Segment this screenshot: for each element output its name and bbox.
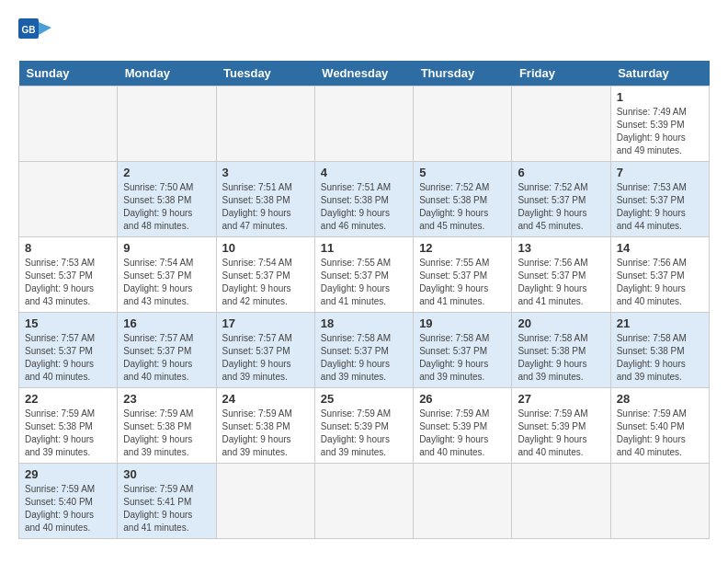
day-number: 7 (617, 166, 703, 179)
day-number: 21 (617, 316, 703, 330)
day-number: 19 (419, 316, 506, 330)
day-number: 11 (321, 241, 407, 255)
day-info: Sunrise: 7:59 AMSunset: 5:40 PMDaylight:… (25, 483, 111, 534)
day-cell-22: 22Sunrise: 7:59 AMSunset: 5:38 PMDayligh… (19, 388, 118, 464)
day-info: Sunrise: 7:59 AMSunset: 5:39 PMDaylight:… (419, 408, 506, 459)
weekday-saturday: Saturday (610, 61, 709, 86)
day-cell-7: 7Sunrise: 7:53 AMSunset: 5:37 PMDaylight… (610, 162, 709, 237)
day-number: 5 (419, 166, 506, 179)
day-number: 24 (222, 392, 309, 406)
empty-cell (216, 86, 314, 162)
day-info: Sunrise: 7:59 AMSunset: 5:38 PMDaylight:… (222, 408, 309, 459)
day-info: Sunrise: 7:52 AMSunset: 5:38 PMDaylight:… (419, 181, 506, 233)
calendar-week-1: 1Sunrise: 7:49 AMSunset: 5:39 PMDaylight… (19, 86, 710, 162)
day-info: Sunrise: 7:56 AMSunset: 5:37 PMDaylight:… (617, 257, 703, 308)
day-info: Sunrise: 7:59 AMSunset: 5:41 PMDaylight:… (123, 483, 210, 534)
day-cell-25: 25Sunrise: 7:59 AMSunset: 5:39 PMDayligh… (314, 388, 413, 464)
day-cell-23: 23Sunrise: 7:59 AMSunset: 5:38 PMDayligh… (118, 388, 216, 464)
empty-cell (314, 86, 413, 162)
page-container: GB SundayMondayTuesdayWednesdayThursdayF… (18, 18, 710, 539)
day-number: 17 (222, 316, 309, 330)
day-number: 10 (222, 241, 309, 255)
day-number: 4 (321, 166, 407, 179)
calendar-week-6: 29Sunrise: 7:59 AMSunset: 5:40 PMDayligh… (19, 464, 710, 539)
day-info: Sunrise: 7:59 AMSunset: 5:38 PMDaylight:… (25, 408, 111, 459)
day-number: 12 (419, 241, 506, 255)
day-number: 23 (123, 392, 210, 406)
day-cell-30: 30Sunrise: 7:59 AMSunset: 5:41 PMDayligh… (118, 464, 216, 539)
day-cell-2: 2Sunrise: 7:50 AMSunset: 5:38 PMDaylight… (118, 162, 216, 237)
day-number: 13 (518, 241, 604, 255)
day-info: Sunrise: 7:58 AMSunset: 5:38 PMDaylight:… (518, 332, 604, 384)
day-cell-12: 12Sunrise: 7:55 AMSunset: 5:37 PMDayligh… (414, 237, 512, 313)
svg-marker-2 (39, 22, 51, 35)
day-cell-8: 8Sunrise: 7:53 AMSunset: 5:37 PMDaylight… (19, 237, 118, 313)
day-number: 25 (321, 392, 407, 406)
day-cell-20: 20Sunrise: 7:58 AMSunset: 5:38 PMDayligh… (512, 313, 610, 388)
day-number: 28 (617, 392, 703, 406)
day-cell-29: 29Sunrise: 7:59 AMSunset: 5:40 PMDayligh… (19, 464, 118, 539)
calendar-week-3: 8Sunrise: 7:53 AMSunset: 5:37 PMDaylight… (19, 237, 710, 313)
day-info: Sunrise: 7:53 AMSunset: 5:37 PMDaylight:… (25, 257, 111, 308)
day-number: 18 (321, 316, 407, 330)
svg-text:GB: GB (22, 25, 36, 35)
day-info: Sunrise: 7:56 AMSunset: 5:37 PMDaylight:… (518, 257, 604, 308)
day-cell-26: 26Sunrise: 7:59 AMSunset: 5:39 PMDayligh… (414, 388, 512, 464)
day-info: Sunrise: 7:55 AMSunset: 5:37 PMDaylight:… (321, 257, 407, 308)
day-info: Sunrise: 7:52 AMSunset: 5:37 PMDaylight:… (518, 181, 604, 233)
day-cell-24: 24Sunrise: 7:59 AMSunset: 5:38 PMDayligh… (216, 388, 314, 464)
empty-cell (118, 86, 216, 162)
day-number: 20 (518, 316, 604, 330)
weekday-header-row: SundayMondayTuesdayWednesdayThursdayFrid… (19, 61, 710, 86)
day-number: 26 (419, 392, 506, 406)
empty-cell (512, 86, 610, 162)
day-info: Sunrise: 7:57 AMSunset: 5:37 PMDaylight:… (123, 332, 210, 384)
day-cell-19: 19Sunrise: 7:58 AMSunset: 5:37 PMDayligh… (414, 313, 512, 388)
weekday-tuesday: Tuesday (216, 61, 314, 86)
day-info: Sunrise: 7:57 AMSunset: 5:37 PMDaylight:… (25, 332, 111, 384)
day-cell-27: 27Sunrise: 7:59 AMSunset: 5:39 PMDayligh… (512, 388, 610, 464)
day-number: 16 (123, 316, 210, 330)
day-info: Sunrise: 7:59 AMSunset: 5:39 PMDaylight:… (518, 408, 604, 459)
day-info: Sunrise: 7:49 AMSunset: 5:39 PMDaylight:… (617, 106, 703, 157)
day-info: Sunrise: 7:54 AMSunset: 5:37 PMDaylight:… (222, 257, 309, 308)
day-number: 2 (123, 166, 210, 179)
logo: GB (18, 18, 55, 52)
day-info: Sunrise: 7:51 AMSunset: 5:38 PMDaylight:… (321, 181, 407, 233)
day-cell-28: 28Sunrise: 7:59 AMSunset: 5:40 PMDayligh… (610, 388, 709, 464)
weekday-friday: Friday (512, 61, 610, 86)
day-info: Sunrise: 7:57 AMSunset: 5:37 PMDaylight:… (222, 332, 309, 384)
empty-cell (414, 86, 512, 162)
day-info: Sunrise: 7:51 AMSunset: 5:38 PMDaylight:… (222, 181, 309, 233)
day-number: 29 (25, 467, 111, 481)
day-cell-16: 16Sunrise: 7:57 AMSunset: 5:37 PMDayligh… (118, 313, 216, 388)
day-number: 30 (123, 467, 210, 481)
day-info: Sunrise: 7:58 AMSunset: 5:37 PMDaylight:… (321, 332, 407, 384)
day-cell-17: 17Sunrise: 7:57 AMSunset: 5:37 PMDayligh… (216, 313, 314, 388)
weekday-sunday: Sunday (19, 61, 118, 86)
calendar-week-2: 2Sunrise: 7:50 AMSunset: 5:38 PMDaylight… (19, 162, 710, 237)
day-number: 22 (25, 392, 111, 406)
day-info: Sunrise: 7:59 AMSunset: 5:40 PMDaylight:… (617, 408, 703, 459)
weekday-monday: Monday (118, 61, 216, 86)
day-cell-4: 4Sunrise: 7:51 AMSunset: 5:38 PMDaylight… (314, 162, 413, 237)
day-cell-9: 9Sunrise: 7:54 AMSunset: 5:37 PMDaylight… (118, 237, 216, 313)
day-info: Sunrise: 7:50 AMSunset: 5:38 PMDaylight:… (123, 181, 210, 233)
day-cell-18: 18Sunrise: 7:58 AMSunset: 5:37 PMDayligh… (314, 313, 413, 388)
day-number: 15 (25, 316, 111, 330)
day-number: 9 (123, 241, 210, 255)
calendar-table: SundayMondayTuesdayWednesdayThursdayFrid… (18, 61, 710, 539)
day-info: Sunrise: 7:59 AMSunset: 5:39 PMDaylight:… (321, 408, 407, 459)
day-cell-3: 3Sunrise: 7:51 AMSunset: 5:38 PMDaylight… (216, 162, 314, 237)
day-cell-14: 14Sunrise: 7:56 AMSunset: 5:37 PMDayligh… (610, 237, 709, 313)
empty-cell (610, 464, 709, 539)
day-cell-10: 10Sunrise: 7:54 AMSunset: 5:37 PMDayligh… (216, 237, 314, 313)
day-cell-15: 15Sunrise: 7:57 AMSunset: 5:37 PMDayligh… (19, 313, 118, 388)
calendar-week-5: 22Sunrise: 7:59 AMSunset: 5:38 PMDayligh… (19, 388, 710, 464)
day-info: Sunrise: 7:54 AMSunset: 5:37 PMDaylight:… (123, 257, 210, 308)
day-cell-1: 1Sunrise: 7:49 AMSunset: 5:39 PMDaylight… (610, 86, 709, 162)
weekday-wednesday: Wednesday (314, 61, 413, 86)
empty-cell (512, 464, 610, 539)
logo-icon: GB (18, 18, 51, 52)
day-info: Sunrise: 7:55 AMSunset: 5:37 PMDaylight:… (419, 257, 506, 308)
